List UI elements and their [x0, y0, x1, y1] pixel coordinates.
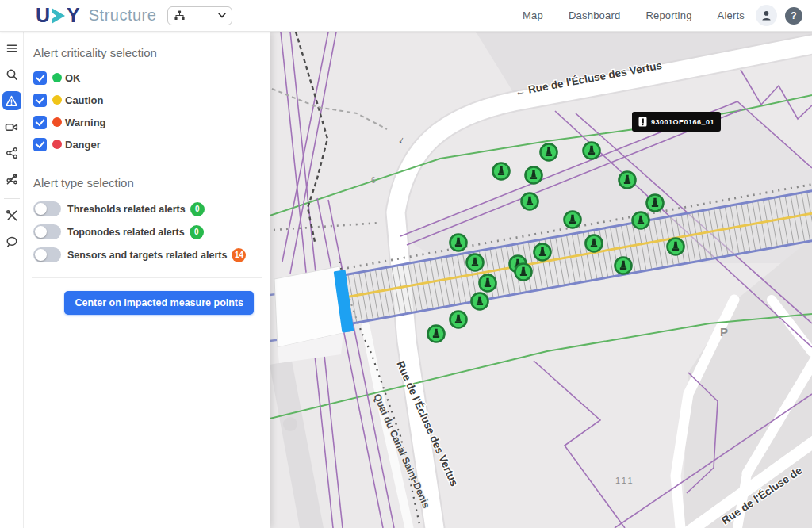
- measure-point-marker[interactable]: [615, 258, 632, 274]
- type-row-sensors: Sensors and targets related alerts 14: [33, 243, 260, 266]
- checkbox-warning[interactable]: [33, 116, 47, 129]
- nav-map[interactable]: Map: [523, 10, 543, 21]
- measure-point-marker[interactable]: [534, 244, 551, 261]
- measure-point-marker[interactable]: [586, 235, 603, 252]
- measure-point-marker[interactable]: [633, 212, 649, 229]
- toggle-toponodes[interactable]: [33, 224, 61, 239]
- alert-filter-panel: Alert criticality selection OK Caution W…: [24, 32, 270, 528]
- criticality-title: Alert criticality selection: [33, 46, 260, 59]
- checkbox-danger[interactable]: [33, 138, 47, 151]
- nodes-off-icon[interactable]: [2, 170, 21, 189]
- feedback-icon[interactable]: [2, 232, 21, 251]
- help-icon: ?: [791, 10, 796, 21]
- criticality-label: Danger: [65, 139, 101, 151]
- house-number-label: 111: [615, 476, 634, 485]
- checkbox-ok[interactable]: [33, 71, 47, 85]
- alerts-icon[interactable]: [2, 91, 21, 110]
- hierarchy-icon: [174, 10, 186, 21]
- ok-status-dot: [52, 73, 62, 82]
- measure-point-marker[interactable]: [450, 235, 467, 251]
- danger-status-dot: [52, 140, 62, 149]
- nav-alerts[interactable]: Alerts: [718, 10, 745, 21]
- checkbox-caution[interactable]: [33, 94, 47, 107]
- panel-divider: [32, 277, 262, 278]
- uby-logo[interactable]: U Y: [36, 6, 80, 25]
- type-label: Sensors and targets related alerts: [67, 250, 227, 261]
- rail-divider: [4, 198, 20, 199]
- measure-point-marker[interactable]: [668, 239, 684, 255]
- map-tooltip: 93001OE0166_01: [632, 112, 721, 132]
- measure-point-marker[interactable]: [584, 143, 600, 159]
- measure-point-marker[interactable]: [522, 193, 538, 210]
- count-badge: 0: [190, 225, 204, 239]
- measure-point-marker[interactable]: [493, 163, 510, 180]
- criticality-label: Caution: [65, 94, 103, 106]
- product-name: Structure: [89, 6, 157, 25]
- user-menu-button[interactable]: [756, 5, 777, 26]
- measure-point-marker[interactable]: [480, 275, 496, 292]
- count-badge: 14: [232, 248, 246, 262]
- tooltip-sensor-id: 93001OE0166_01: [651, 118, 714, 126]
- camera-icon[interactable]: [2, 117, 21, 136]
- measure-point-marker[interactable]: [515, 264, 532, 281]
- type-label: Toponodes related alerts: [67, 227, 185, 238]
- criticality-row-warning: Warning: [33, 112, 260, 132]
- nav-reporting[interactable]: Reporting: [645, 10, 691, 21]
- structure-selector-dropdown[interactable]: [167, 6, 232, 25]
- measure-point-marker[interactable]: [565, 212, 581, 228]
- map-canvas[interactable]: ← Rue de l'Écluse des Vertus Rue de l'Éc…: [270, 32, 812, 528]
- criticality-row-caution: Caution: [33, 90, 260, 110]
- user-icon: [760, 10, 772, 21]
- type-row-toponodes: Toponodes related alerts 0: [33, 220, 260, 243]
- logo-play-icon: [51, 7, 66, 25]
- measure-point-marker[interactable]: [472, 293, 488, 310]
- menu-icon[interactable]: [2, 39, 21, 58]
- nav-dashboard[interactable]: Dashboard: [569, 10, 620, 21]
- toggle-thresholds[interactable]: [33, 201, 61, 216]
- type-label: Thresholds related alerts: [67, 204, 186, 215]
- measure-point-marker[interactable]: [526, 167, 542, 184]
- caution-status-dot: [52, 95, 62, 105]
- toggle-sensors[interactable]: [33, 247, 61, 262]
- search-icon[interactable]: [2, 65, 21, 84]
- measure-point-marker[interactable]: [647, 195, 664, 212]
- top-header: U Y Structure Map Dashboard Reporting Al…: [0, 0, 812, 32]
- nodes-icon[interactable]: [2, 143, 21, 163]
- help-button[interactable]: ?: [785, 7, 802, 25]
- panel-divider: [32, 166, 262, 166]
- chevron-down-icon: [218, 13, 226, 18]
- type-row-thresholds: Thresholds related alerts 0: [33, 197, 260, 220]
- criticality-row-danger: Danger: [33, 134, 260, 155]
- lock-number-label: 6: [371, 176, 376, 185]
- measure-point-marker[interactable]: [467, 254, 484, 271]
- measure-point-marker[interactable]: [450, 312, 467, 328]
- logo-letter-u: U: [36, 6, 50, 25]
- measure-point-marker[interactable]: [619, 172, 636, 189]
- criticality-label: Warning: [65, 117, 106, 128]
- center-on-impacted-button[interactable]: Center on impacted measure points: [64, 291, 254, 315]
- sensor-icon: [638, 117, 647, 127]
- tool-rail: [0, 32, 24, 528]
- measure-point-marker[interactable]: [428, 326, 445, 342]
- criticality-label: OK: [65, 72, 81, 84]
- tools-icon[interactable]: [2, 206, 21, 225]
- warning-status-dot: [52, 117, 62, 127]
- measure-point-marker[interactable]: [541, 144, 557, 161]
- criticality-row-ok: OK: [33, 67, 260, 88]
- logo-letter-y: Y: [67, 6, 80, 25]
- parking-label: P: [720, 325, 728, 339]
- count-badge: 0: [190, 202, 205, 216]
- type-title: Alert type selection: [33, 176, 260, 189]
- main-nav: Map Dashboard Reporting Alerts: [523, 10, 745, 21]
- map-viewport[interactable]: ← Rue de l'Écluse des Vertus Rue de l'Éc…: [270, 32, 812, 528]
